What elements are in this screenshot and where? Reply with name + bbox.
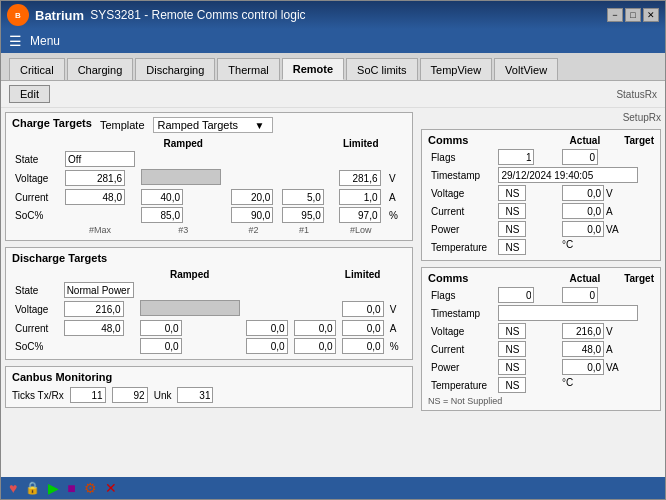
current-actual-top[interactable] [498,203,526,219]
voltage-target-bot[interactable] [562,323,604,339]
hamburger-icon[interactable]: ☰ [9,33,22,49]
comms-top-section: Comms Actual Target Flags Ti [421,129,661,261]
voltage-slider[interactable] [141,169,221,185]
delete-icon[interactable]: ✕ [105,480,117,496]
tab-charging[interactable]: Charging [67,58,134,80]
voltage-label-bot: Voltage [428,322,495,340]
timestamp-input[interactable] [498,167,638,183]
timestamp-label-bot: Timestamp [428,304,495,322]
main-window: B Batrium SYS3281 - Remote Comms control… [0,0,666,500]
charge-current-row: Current A [12,188,406,206]
charge-soc-r3[interactable] [282,207,324,223]
discharge-voltage-limited[interactable] [342,301,384,317]
charge-current-main[interactable] [65,189,125,205]
charge-voltage-limited[interactable] [339,170,381,186]
config-icon[interactable]: ⚙ [84,480,97,496]
charge-current-r2[interactable] [231,189,273,205]
discharge-voltage-unit: V [387,299,406,319]
voltage-label-top: Voltage [428,184,495,202]
ticks-tx-input[interactable] [70,387,106,403]
flags-target-input[interactable] [562,149,598,165]
main-content: Charge Targets Template ▼ Ramped [1,108,665,477]
comms-bottom-section: Comms Actual Target Flags Ti [421,267,661,411]
current-target-bot[interactable] [562,341,604,357]
discharge-soc-label: SoC% [12,337,61,355]
discharge-soc-limited[interactable] [342,338,384,354]
flags-label-bot: Flags [428,286,495,304]
discharge-soc-r3[interactable] [294,338,336,354]
discharge-current-limited[interactable] [342,320,384,336]
canbus-title: Canbus Monitoring [12,371,406,383]
state-label: State [12,150,62,168]
discharge-soc-r1[interactable] [140,338,182,354]
charge-current-limited[interactable] [339,189,381,205]
power-target-bot[interactable] [562,359,604,375]
title-bar-left: B Batrium SYS3281 - Remote Comms control… [7,4,306,26]
discharge-state-row: State [12,281,406,299]
heart-icon[interactable]: ♥ [9,480,17,496]
flags-target-bot[interactable] [562,287,598,303]
tab-discharging[interactable]: Discharging [135,58,215,80]
run-icon[interactable]: ▶ [48,480,59,496]
timestamp-input-bot[interactable] [498,305,638,321]
soc-unit-label: % [386,206,406,224]
status-rx-label: StatusRx [616,89,657,100]
charge-current-r1[interactable] [141,189,183,205]
tab-critical[interactable]: Critical [9,58,65,80]
voltage-label: Voltage [12,168,62,188]
tab-tempview[interactable]: TempView [420,58,493,80]
charge-state-input[interactable] [65,151,135,167]
menu-label[interactable]: Menu [30,34,60,48]
hashtag-1: #1 [279,224,329,236]
discharge-current-main[interactable] [64,320,124,336]
power-target-top[interactable] [562,221,604,237]
tab-remote[interactable]: Remote [282,58,344,80]
charge-soc-r1[interactable] [141,207,183,223]
minimize-button[interactable]: − [607,8,623,22]
charge-voltage-main[interactable] [65,170,125,186]
voltage-actual-top[interactable] [498,185,526,201]
edit-button[interactable]: Edit [9,85,50,103]
setup-rx-label: SetupRx [421,112,661,123]
discharge-state-input[interactable] [64,282,134,298]
power-unit-bot: VA [606,362,619,373]
voltage-actual-bot[interactable] [498,323,526,339]
discharge-current-r2[interactable] [246,320,288,336]
logo-text: Batrium [35,8,84,23]
lock-icon[interactable]: 🔒 [25,481,40,495]
unk-input[interactable] [177,387,213,403]
tab-thermal[interactable]: Thermal [217,58,279,80]
template-dropdown-icon[interactable]: ▼ [255,120,265,131]
discharge-current-r1[interactable] [140,320,182,336]
current-unit-top: A [606,206,613,217]
charge-soc-low[interactable] [339,207,381,223]
current-actual-bot[interactable] [498,341,526,357]
flags-actual-bot[interactable] [498,287,534,303]
flags-actual-input[interactable] [498,149,534,165]
hashtag-low: #Low [336,224,386,236]
discharge-voltage-row: Voltage V [12,299,406,319]
stop-icon[interactable]: ■ [67,480,75,496]
power-unit-top: VA [606,224,619,235]
power-actual-bot[interactable] [498,359,526,375]
maximize-button[interactable]: □ [625,8,641,22]
discharge-current-r3[interactable] [294,320,336,336]
tab-voltview[interactable]: VoltView [494,58,558,80]
close-button[interactable]: ✕ [643,8,659,22]
charge-current-r3[interactable] [282,189,324,205]
temperature-actual-top[interactable] [498,239,526,255]
temperature-row-bot: Temperature °C [428,376,654,394]
temperature-actual-bot[interactable] [498,377,526,393]
discharge-voltage-main[interactable] [64,301,124,317]
charge-soc-row: SoC% % [12,206,406,224]
discharge-soc-r2[interactable] [246,338,288,354]
charge-soc-r2[interactable] [231,207,273,223]
actual-header: Actual [570,135,601,146]
discharge-voltage-slider[interactable] [140,300,240,316]
tab-soc-limits[interactable]: SoC limits [346,58,418,80]
power-actual-top[interactable] [498,221,526,237]
voltage-target-top[interactable] [562,185,604,201]
ticks-rx-input[interactable] [112,387,148,403]
limited-col-header: Limited [336,137,386,150]
current-target-top[interactable] [562,203,604,219]
